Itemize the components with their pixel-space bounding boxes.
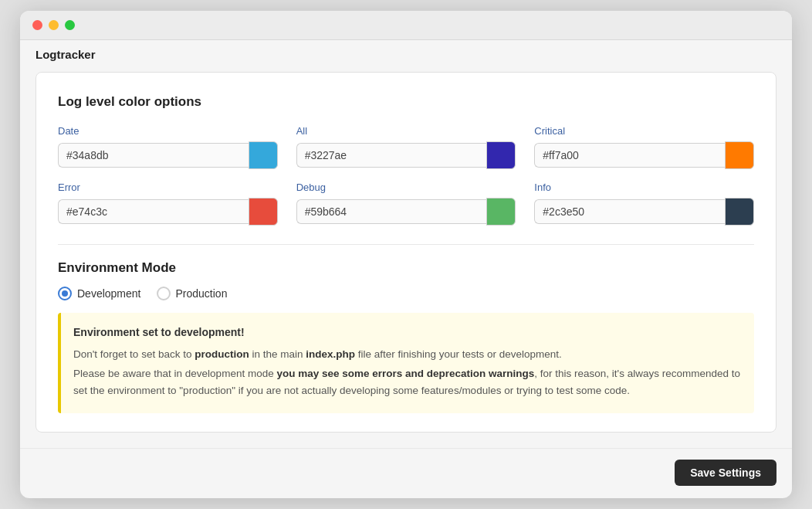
footer: Save Settings [20, 448, 792, 498]
warning-line1-suffix: in the main [249, 348, 306, 360]
production-radio[interactable] [157, 287, 171, 300]
error-label: Error [58, 182, 278, 193]
debug-swatch[interactable] [486, 198, 516, 226]
all-input[interactable] [296, 143, 487, 168]
critical-field-group: Critical [534, 125, 754, 169]
color-grid: Date All Critical [58, 125, 754, 226]
critical-input[interactable] [534, 143, 725, 168]
all-label: All [296, 125, 516, 137]
info-input[interactable] [534, 199, 725, 224]
main-content: Log level color options Date All [20, 64, 792, 447]
date-field-row [58, 141, 278, 169]
development-option[interactable]: Development [58, 287, 141, 300]
all-field-row [296, 141, 516, 169]
all-swatch[interactable] [486, 141, 516, 169]
debug-field-group: Debug [296, 182, 516, 226]
debug-label: Debug [296, 182, 516, 193]
app-window: Logtracker Log level color options Date … [20, 11, 792, 497]
info-swatch[interactable] [725, 198, 754, 226]
error-input[interactable] [58, 199, 249, 224]
section-divider [58, 244, 754, 245]
date-swatch[interactable] [249, 141, 278, 169]
titlebar [20, 11, 792, 40]
production-option[interactable]: Production [157, 287, 228, 300]
warning-line1-prefix: Don't forget to set back to [73, 348, 195, 360]
debug-field-row [296, 198, 516, 226]
warning-title: Environment set to development! [73, 324, 742, 341]
error-swatch[interactable] [249, 198, 278, 226]
development-label: Development [77, 287, 141, 300]
warning-box: Environment set to development! Don't fo… [58, 313, 754, 412]
info-field-group: Info [534, 182, 754, 226]
warning-production-bold: production [195, 348, 249, 360]
settings-card: Log level color options Date All [36, 72, 776, 432]
warning-line1-end: file after finishing your tests or devel… [355, 348, 562, 360]
date-field-group: Date [58, 125, 278, 169]
app-title: Logtracker [20, 40, 792, 64]
save-settings-button[interactable]: Save Settings [675, 460, 776, 486]
radio-group: Development Production [58, 287, 754, 300]
error-field-group: Error [58, 182, 278, 226]
development-radio[interactable] [58, 287, 72, 300]
maximize-button[interactable] [65, 20, 75, 30]
warning-errors-bold: you may see some errors and deprecation … [276, 368, 534, 379]
critical-swatch[interactable] [725, 141, 754, 169]
all-field-group: All [296, 125, 516, 169]
close-button[interactable] [32, 20, 42, 30]
warning-line1: Don't forget to set back to production i… [73, 346, 742, 363]
minimize-button[interactable] [49, 20, 59, 30]
warning-line2-prefix: Please be aware that in development mode [73, 368, 276, 379]
production-label: Production [176, 287, 228, 300]
colors-section-title: Log level color options [58, 94, 754, 110]
error-field-row [58, 198, 278, 226]
critical-label: Critical [534, 125, 754, 137]
critical-field-row [534, 141, 754, 169]
env-section-title: Environment Mode [58, 260, 754, 276]
date-label: Date [58, 125, 278, 137]
warning-index-php: index.php [306, 348, 355, 360]
info-field-row [534, 198, 754, 226]
date-input[interactable] [58, 143, 249, 168]
info-label: Info [534, 182, 754, 193]
debug-input[interactable] [296, 199, 487, 224]
warning-line2: Please be aware that in development mode… [73, 365, 742, 399]
